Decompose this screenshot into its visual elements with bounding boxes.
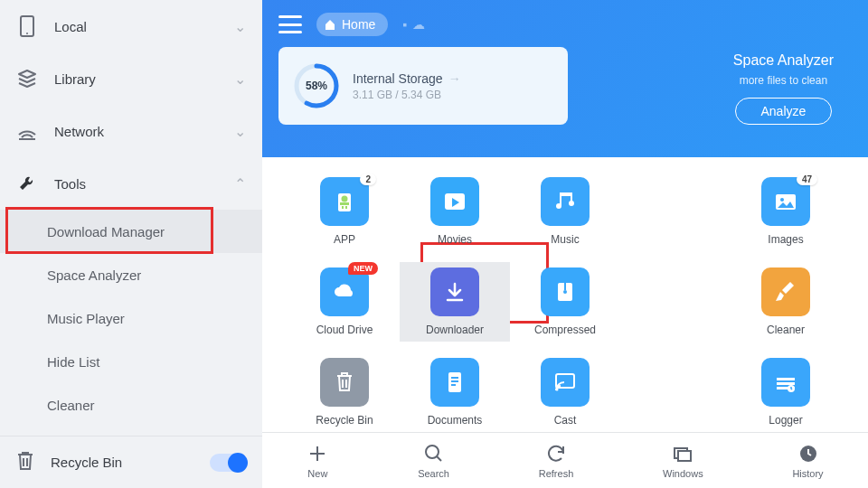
analyzer-title: Space Analyzer — [733, 52, 834, 69]
tools-sub-music-player[interactable]: Music Player — [0, 296, 262, 340]
tile-label: Cast — [554, 414, 577, 427]
storage-card[interactable]: 58% Internal Storage→ 3.11 GB / 5.34 GB — [278, 47, 568, 125]
wrench-icon — [16, 173, 38, 194]
tile-downloader[interactable]: Downloader — [400, 262, 510, 342]
trash-icon — [320, 358, 369, 407]
doc-icon — [430, 358, 479, 407]
svg-point-14 — [780, 198, 784, 202]
home-label: Home — [342, 17, 375, 32]
sidebar-item-tools[interactable]: Tools ⌃ — [0, 157, 262, 210]
breadcrumb-home[interactable]: Home — [316, 13, 388, 36]
main: Home ▪ ☁ 58% Internal Storage→ 3.11 GB /… — [262, 0, 868, 488]
analyze-button[interactable]: Analyze — [735, 98, 833, 125]
bottom-search[interactable]: Search — [418, 443, 449, 479]
bottom-bar: NewSearchRefreshWindowsHistory — [262, 432, 868, 488]
tools-sub-hide-list[interactable]: Hide List — [0, 340, 262, 383]
history-icon — [797, 443, 819, 465]
recycle-toggle[interactable] — [210, 454, 246, 472]
tile-label: Cleaner — [767, 324, 805, 336]
storage-size: 3.11 GB / 5.34 GB — [353, 89, 461, 101]
device-icon — [16, 15, 38, 37]
sidebar-item-label: Local — [54, 19, 218, 34]
sidebar-item-label: Music Player — [47, 311, 125, 326]
home-icon — [324, 18, 336, 31]
tile-label: Recycle Bin — [316, 414, 373, 427]
tile-cast[interactable]: Cast — [510, 352, 620, 432]
tools-sub-space-analyzer[interactable]: Space Analyzer — [0, 253, 262, 296]
tile-documents[interactable]: Documents — [400, 352, 510, 432]
music-icon — [541, 177, 590, 226]
trash-icon — [16, 451, 34, 474]
bottom-new[interactable]: New — [307, 443, 328, 479]
svg-rect-9 — [345, 206, 347, 209]
sidebar-items: Local ⌄ Library ⌄ Network ⌄ Tools ⌃ Down… — [0, 0, 262, 436]
tools-sub-download-manager[interactable]: Download Manager — [0, 210, 262, 253]
tile-grid: 2APPMoviesMusic47ImagesNEWCloud DriveDow… — [262, 157, 868, 432]
svg-rect-30 — [678, 451, 691, 461]
svg-point-1 — [26, 33, 28, 34]
recycle-bin-row[interactable]: Recycle Bin — [0, 436, 262, 488]
tile-app[interactable]: 2APP — [289, 172, 400, 251]
chevron-down-icon: ⌄ — [234, 18, 246, 35]
tile-label: Compressed — [534, 324, 596, 336]
space-analyzer-panel: Space Analyzer more files to clean Analy… — [733, 52, 834, 125]
movies-icon — [430, 177, 479, 226]
tile-movies[interactable]: Movies — [400, 172, 510, 251]
chevron-up-icon: ⌃ — [234, 175, 246, 192]
tile-music[interactable]: Music — [510, 172, 620, 251]
tile-label: Images — [768, 233, 803, 246]
tile-label: APP — [334, 233, 355, 246]
svg-rect-8 — [342, 206, 344, 209]
svg-rect-21 — [451, 384, 456, 386]
sidebar-item-label: Space Analyzer — [47, 267, 141, 283]
bottom-history[interactable]: History — [792, 443, 823, 479]
chevron-down-icon: ⌄ — [234, 70, 246, 88]
tools-sub-cleaner[interactable]: Cleaner — [0, 383, 262, 427]
sidebar-item-network[interactable]: Network ⌄ — [0, 105, 262, 157]
bottom-label: Search — [418, 468, 449, 479]
tile-compressed[interactable]: Compressed — [510, 262, 620, 342]
hamburger-icon[interactable] — [278, 15, 302, 33]
tile-label: Documents — [428, 414, 483, 427]
storage-info: Internal Storage→ 3.11 GB / 5.34 GB — [353, 71, 461, 101]
sidebar-item-library[interactable]: Library ⌄ — [0, 52, 262, 105]
bottom-windows[interactable]: Windows — [663, 443, 703, 479]
tile-logger[interactable]: Logger — [731, 352, 841, 432]
brush-icon — [761, 267, 810, 316]
sidebar-item-local[interactable]: Local ⌄ — [0, 0, 262, 52]
sidebar-item-label: Network — [54, 124, 218, 139]
search-icon — [423, 443, 445, 465]
storage-percent-ring: 58% — [293, 62, 340, 109]
storage-name: Internal Storage→ — [353, 71, 461, 86]
svg-rect-11 — [560, 192, 561, 206]
svg-point-23 — [556, 389, 559, 391]
network-icon — [16, 120, 38, 142]
sidebar-item-label: Library — [54, 71, 218, 87]
analyzer-sub: more files to clean — [740, 74, 827, 87]
chevron-down-icon: ⌄ — [234, 123, 246, 140]
tile-label: Music — [551, 233, 579, 246]
layers-icon — [16, 68, 38, 89]
bottom-label: History — [792, 468, 823, 479]
tile-cloud-drive[interactable]: NEWCloud Drive — [289, 262, 400, 342]
refresh-icon — [545, 443, 567, 465]
sidebar-item-label: Download Manager — [47, 224, 165, 239]
svg-rect-7 — [340, 202, 349, 205]
bottom-refresh[interactable]: Refresh — [539, 443, 574, 479]
top-row: Home ▪ ☁ — [278, 13, 852, 36]
svg-point-6 — [342, 196, 348, 202]
svg-rect-2 — [19, 138, 35, 140]
tile-images[interactable]: 47Images — [731, 172, 841, 251]
svg-point-17 — [563, 290, 567, 294]
download-icon — [430, 267, 479, 316]
svg-rect-25 — [777, 382, 795, 385]
sd-icon: ▪ — [402, 17, 407, 32]
zip-icon — [541, 267, 590, 316]
tile-recycle-bin[interactable]: Recycle Bin — [289, 352, 400, 432]
sidebar-item-label: Hide List — [47, 354, 99, 370]
tile-cleaner[interactable]: Cleaner — [731, 262, 841, 342]
svg-rect-16 — [564, 283, 566, 290]
images-icon: 47 — [761, 177, 810, 226]
breadcrumb-extras: ▪ ☁ — [402, 17, 425, 32]
count-badge: 2 — [360, 174, 376, 185]
